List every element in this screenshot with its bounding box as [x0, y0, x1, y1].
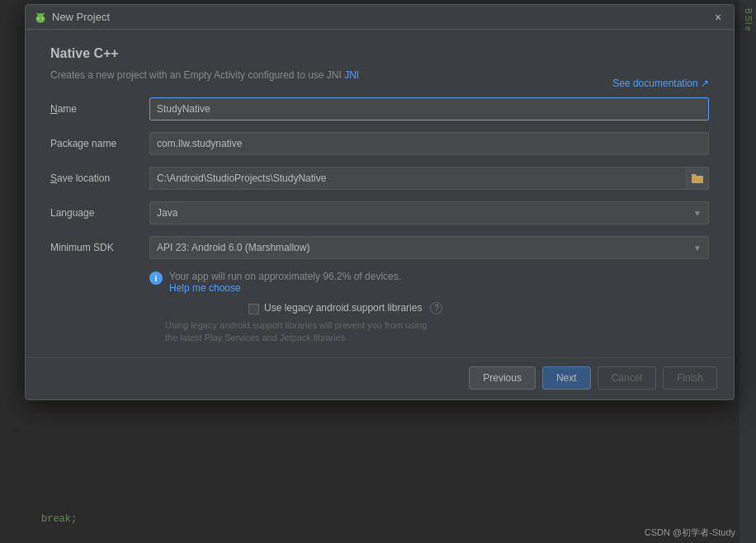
code-line: break;	[0, 512, 756, 526]
language-value: Java	[157, 207, 177, 219]
dialog-footer: Previous Next Cancel Finish	[26, 357, 734, 399]
save-location-label: Save location	[50, 172, 149, 184]
legacy-checkbox-row: Use legacy android.support libraries ?	[248, 302, 709, 314]
cancel-button[interactable]: Cancel	[598, 366, 656, 390]
side-panel: B S l e	[739, 0, 756, 543]
side-letter-l: l	[744, 22, 753, 24]
language-row: Language Java ▼	[50, 201, 709, 224]
sdk-label: Minimum SDK	[50, 242, 149, 253]
sdk-dropdown-arrow: ▼	[693, 243, 702, 253]
dialog-content: Native C++ Creates a new project with an…	[26, 30, 734, 357]
jni-link[interactable]: JNI	[344, 69, 359, 81]
project-description: Creates a new project with an Empty Acti…	[50, 69, 359, 81]
side-letter-b: B	[744, 8, 753, 14]
dialog-title: New Project	[52, 11, 110, 23]
name-label: Name	[50, 103, 149, 115]
package-label: Package name	[50, 138, 149, 149]
save-location-row: Save location	[50, 167, 709, 190]
name-input[interactable]	[149, 97, 709, 120]
info-box: i Your app will run on approximately 96.…	[149, 271, 709, 294]
package-input[interactable]	[149, 132, 709, 155]
description-row: Creates a new project with an Empty Acti…	[50, 69, 709, 97]
info-icon: i	[149, 272, 163, 285]
side-letter-e: e	[744, 26, 753, 31]
checkbox-section: Use legacy android.support libraries ? U…	[149, 302, 709, 345]
project-type-title: Native C++	[50, 46, 709, 61]
close-button[interactable]: ×	[711, 10, 725, 25]
dialog-titlebar: New Project ×	[26, 5, 734, 30]
help-choose-link[interactable]: Help me choose	[169, 282, 401, 294]
save-location-field	[149, 167, 709, 190]
svg-point-2	[42, 17, 44, 19]
browse-folder-button[interactable]	[686, 167, 709, 190]
legacy-label: Use legacy android.support libraries	[264, 302, 422, 314]
svg-point-1	[38, 17, 40, 19]
legacy-help-icon[interactable]: ?	[430, 302, 442, 314]
csdn-watermark: CSDN @初学者-Study	[645, 526, 735, 539]
info-text: Your app will run on approximately 96.2%…	[169, 271, 401, 294]
svg-point-5	[37, 13, 44, 17]
svg-point-0	[36, 15, 45, 22]
sdk-row: Minimum SDK API 23: Android 6.0 (Marshma…	[50, 236, 709, 259]
language-dropdown-arrow: ▼	[693, 209, 702, 218]
new-project-dialog: New Project × Native C++ Creates a new p…	[25, 4, 735, 400]
titlebar-left: New Project	[34, 11, 110, 24]
next-button[interactable]: Next	[542, 366, 591, 390]
name-row: Name	[50, 97, 709, 120]
sdk-value: API 23: Android 6.0 (Marshmallow)	[157, 242, 309, 253]
sdk-dropdown[interactable]: API 23: Android 6.0 (Marshmallow) ▼	[149, 236, 709, 259]
folder-icon	[692, 173, 703, 183]
legacy-sub-text: Using legacy android.support libraries w…	[165, 319, 709, 345]
language-label: Language	[50, 207, 149, 219]
previous-button[interactable]: Previous	[469, 366, 536, 390]
legacy-checkbox[interactable]	[248, 304, 259, 314]
android-icon	[34, 11, 47, 24]
package-row: Package name	[50, 132, 709, 155]
see-docs-link[interactable]: See documentation ↗	[612, 78, 709, 89]
finish-button[interactable]: Finish	[663, 366, 717, 390]
save-location-input[interactable]	[149, 167, 686, 190]
language-dropdown[interactable]: Java ▼	[149, 201, 709, 224]
svg-rect-6	[692, 176, 703, 183]
side-letter-s: S	[744, 16, 753, 21]
